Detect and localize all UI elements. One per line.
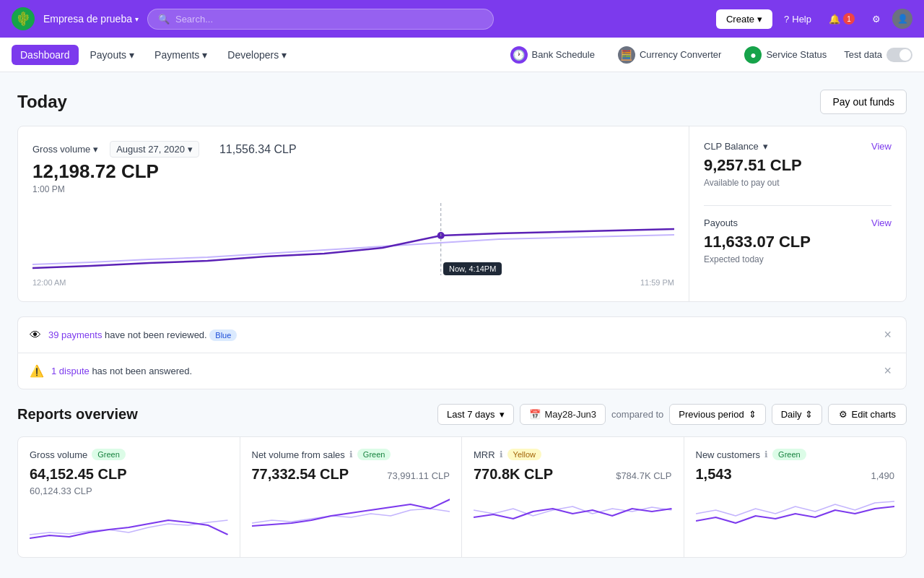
reports-right-controls: Daily ⇕ ⚙ Edit charts <box>772 404 907 425</box>
period-select-button[interactable]: Previous period ⇕ <box>669 404 765 425</box>
chart-amount: 12,198.72 CLP <box>32 160 674 183</box>
chevron-down-icon: ▾ <box>135 15 139 23</box>
payouts-header: Payouts View <box>704 217 892 228</box>
developers-nav-button[interactable]: Developers ▾ <box>219 45 295 65</box>
mrr-row: 770.8K CLP $784.7K CLP <box>474 466 672 483</box>
new-customers-card-label: New customers <box>696 449 761 460</box>
net-volume-badge: Green <box>357 449 391 460</box>
chevron-down-icon: ▾ <box>202 49 207 61</box>
divider <box>704 205 892 206</box>
gross-volume-selector[interactable]: Gross volume ▾ <box>32 144 98 155</box>
clp-balance-section: CLP Balance ▾ View 9,257.51 CLP Availabl… <box>704 141 892 188</box>
new-customers-info-icon[interactable]: ℹ <box>764 449 768 460</box>
company-name-label: Empresa de prueba <box>43 13 132 25</box>
net-volume-card-header: Net volume from sales ℹ Green <box>252 449 450 460</box>
eye-icon: 👁 <box>30 329 41 342</box>
new-customers-badge: Green <box>772 449 806 460</box>
notifications-button[interactable]: 🔔 1 <box>823 10 860 27</box>
daily-button[interactable]: Daily ⇕ <box>772 404 822 425</box>
last-7-days-button[interactable]: Last 7 days ▾ <box>437 404 514 425</box>
net-volume-card: Net volume from sales ℹ Green 77,332.54 … <box>240 437 463 557</box>
chevron-down-icon: ▾ <box>757 14 762 25</box>
dispute-alert-link[interactable]: 1 dispute <box>51 366 90 376</box>
last-7-days-label: Last 7 days <box>447 409 495 420</box>
warning-icon: ⚠️ <box>30 364 44 378</box>
payments-badge: Blue <box>209 329 237 341</box>
new-customers-card: New customers ℹ Green 1,543 1,490 <box>684 437 907 557</box>
date-selector[interactable]: August 27, 2020 ▾ <box>110 141 199 158</box>
settings-button[interactable]: ⚙ <box>866 11 886 27</box>
new-customers-row: 1,543 1,490 <box>696 466 895 483</box>
clp-balance-view-link[interactable]: View <box>871 141 892 152</box>
clp-balance-sub: Available to pay out <box>704 178 892 188</box>
reports-controls: Last 7 days ▾ 📅 May28-Jun3 compared to P… <box>437 404 907 425</box>
bank-schedule-tool[interactable]: 🕐 Bank Schedule <box>505 43 601 66</box>
gross-volume-row: 64,152.45 CLP <box>30 466 228 483</box>
nav-right: Create ▾ ? Help 🔔 1 ⚙ 👤 <box>716 9 912 29</box>
chevron-up-down-icon: ⇕ <box>749 409 757 420</box>
currency-converter-tool[interactable]: 🧮 Currency Converter <box>612 43 727 66</box>
chevron-down-icon: ▾ <box>763 141 768 152</box>
test-data-toggle[interactable] <box>886 48 912 62</box>
gross-volume-badge: Green <box>92 449 126 460</box>
company-selector[interactable]: Empresa de prueba ▾ <box>43 13 139 25</box>
chart-svg <box>32 203 674 275</box>
date-range-label: May28-Jun3 <box>545 409 597 420</box>
metric-grid: Gross volume Green 64,152.45 CLP 60,124.… <box>17 436 907 558</box>
edit-charts-button[interactable]: ⚙ Edit charts <box>828 404 907 425</box>
service-status-label: Service Status <box>766 49 827 60</box>
mrr-chart <box>474 488 672 532</box>
payouts-label: Payouts <box>90 49 127 61</box>
payments-alert: 👁 39 payments have not been reviewed. Bl… <box>17 316 907 353</box>
payout-button[interactable]: Pay out funds <box>820 90 907 114</box>
net-volume-info-icon[interactable]: ℹ <box>349 449 353 460</box>
payments-alert-close[interactable]: × <box>881 327 894 342</box>
chevron-down-icon: ▾ <box>129 49 134 61</box>
gross-volume-prev: 60,124.33 CLP <box>30 486 228 496</box>
search-input[interactable] <box>175 14 483 25</box>
currency-converter-label: Currency Converter <box>640 49 721 60</box>
mrr-info-icon[interactable]: ℹ <box>500 449 503 460</box>
page-title: Today <box>17 92 67 112</box>
notification-badge: 1 <box>843 13 855 25</box>
daily-label: Daily <box>781 409 802 420</box>
chart-time: 1:00 PM <box>32 184 674 194</box>
payouts-title: Payouts <box>704 217 738 228</box>
search-bar: 🔍 <box>147 9 494 30</box>
payments-nav-button[interactable]: Payments ▾ <box>146 45 216 65</box>
clp-balance-title[interactable]: CLP Balance ▾ <box>704 141 768 152</box>
currency-converter-icon: 🧮 <box>618 46 635 64</box>
dispute-alert-close[interactable]: × <box>881 363 894 379</box>
reports-title: Reports overview <box>17 406 138 423</box>
brand-logo: 🌵 <box>12 7 35 30</box>
payments-alert-link[interactable]: 39 payments <box>48 329 102 340</box>
payments-label: Payments <box>154 49 199 61</box>
today-grid: Gross volume ▾ August 27, 2020 ▾ 11,556.… <box>17 126 907 302</box>
help-icon: ? <box>784 14 789 25</box>
new-customers-card-header: New customers ℹ Green <box>696 449 895 460</box>
net-volume-card-label: Net volume from sales <box>252 449 345 460</box>
sub-nav-right: 🕐 Bank Schedule 🧮 Currency Converter ● S… <box>505 43 912 66</box>
test-data-label: Test data <box>844 49 882 60</box>
payouts-view-link[interactable]: View <box>871 217 892 228</box>
bank-schedule-label: Bank Schedule <box>532 49 595 60</box>
payouts-nav-button[interactable]: Payouts ▾ <box>82 45 144 65</box>
payouts-section: Payouts View 11,633.07 CLP Expected toda… <box>704 217 892 264</box>
create-button[interactable]: Create ▾ <box>716 9 772 29</box>
payouts-sub: Expected today <box>704 254 892 264</box>
user-avatar[interactable]: 👤 <box>892 9 912 29</box>
gross-volume-chart <box>30 502 228 545</box>
mrr-value: 770.8K CLP <box>474 466 553 483</box>
chart-header: Gross volume ▾ August 27, 2020 ▾ 11,556.… <box>32 141 674 158</box>
payouts-amount: 11,633.07 CLP <box>704 233 892 251</box>
dashboard-nav-button[interactable]: Dashboard <box>12 45 79 65</box>
new-customers-value: 1,543 <box>696 466 732 483</box>
help-button[interactable]: ? Help <box>778 11 817 27</box>
mrr-card: MRR ℹ Yellow 770.8K CLP $784.7K CLP <box>462 437 684 557</box>
create-label: Create <box>726 14 754 25</box>
service-status-tool[interactable]: ● Service Status <box>738 43 832 66</box>
clp-balance-amount: 9,257.51 CLP <box>704 156 892 175</box>
dispute-alert-text: 1 dispute has not been answered. <box>51 366 873 376</box>
gross-volume-card-label: Gross volume <box>30 449 87 460</box>
search-icon: 🔍 <box>158 14 170 25</box>
